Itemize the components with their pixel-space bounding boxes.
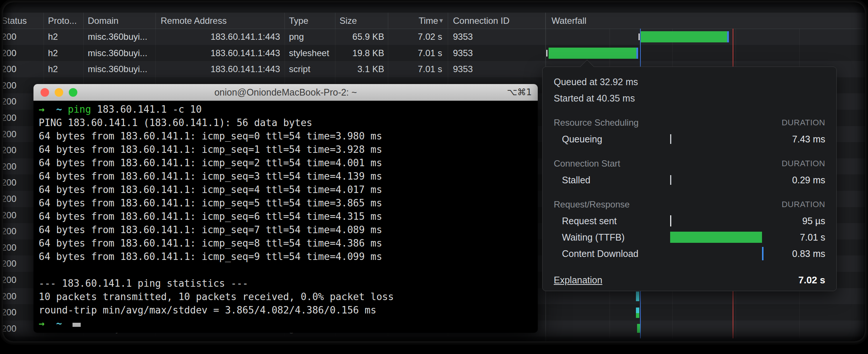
terminal-text: 64 bytes from 183.60.141.1: icmp_seq=6 t…: [39, 211, 382, 222]
cell-text: 200: [3, 207, 16, 223]
column-header-connection-id[interactable]: Connection ID: [448, 13, 546, 29]
cell-waterfall: [546, 29, 865, 45]
column-header-size[interactable]: Size: [335, 13, 388, 29]
explanation-link[interactable]: Explanation: [554, 271, 798, 289]
cell-text: stylesheet: [289, 48, 329, 58]
cell-waterfall: [546, 304, 865, 321]
tooltip-section: Request/ResponseDURATIONRequest sent95 µ…: [554, 196, 825, 262]
terminal-line: 64 bytes from 183.60.141.1: icmp_seq=9 t…: [39, 250, 538, 263]
cell-text: 200: [3, 255, 16, 272]
tooltip-item: Queueing7.43 ms: [554, 131, 825, 147]
cell-text: 183.60.141.1:443: [210, 48, 280, 58]
cell-domain: misc.360buyi...: [84, 61, 156, 77]
tooltip-mark-tick-gray: [670, 175, 671, 185]
tooltip-section-title: Resource Scheduling: [554, 115, 782, 131]
column-header-label: Size: [340, 16, 357, 26]
cell-text: 65.9 KB: [353, 32, 384, 42]
cell-text: 200: [3, 77, 16, 94]
tooltip-section-title: Connection Start: [554, 155, 782, 172]
tooltip-item-value: 7.43 ms: [792, 131, 825, 147]
terminal-line: --- 183.60.141.1 ping statistics ---: [39, 277, 538, 290]
terminal-text: 64 bytes from 183.60.141.1: icmp_seq=8 t…: [39, 238, 382, 249]
tooltip-mark-tick-gray: [670, 134, 671, 144]
cell-status: 200: [3, 29, 44, 45]
column-header-waterfall[interactable]: Waterfall: [546, 13, 865, 29]
terminal-text: ~: [56, 104, 62, 115]
terminal-text: round-trip min/avg/max/stddev = 3.865/4.…: [39, 305, 376, 316]
tooltip-sections: Resource SchedulingDURATIONQueueing7.43 …: [554, 115, 825, 262]
cell-time: 7.01 s: [388, 61, 448, 77]
column-header-type[interactable]: Type: [285, 13, 335, 29]
cell-text: 19.8 KB: [353, 48, 384, 58]
column-header-protocol[interactable]: Proto...: [44, 13, 84, 29]
cell-remote: 183.60.141.1:443: [156, 45, 285, 61]
cell-waterfall: [546, 45, 865, 61]
cell-text: 7.01 s: [418, 48, 442, 58]
column-header-remote-address[interactable]: Remote Address: [156, 13, 285, 29]
column-header-label: Connection ID: [453, 16, 509, 26]
terminal-text: 10 packets transmitted, 10 packets recei…: [39, 291, 394, 302]
terminal-text: --- 183.60.141.1 ping statistics ---: [39, 278, 248, 289]
cell-type: png: [285, 29, 335, 45]
column-header-domain[interactable]: Domain: [84, 13, 156, 29]
cell-text: 200: [3, 239, 16, 256]
terminal-text: [45, 318, 56, 329]
terminal-window: onion@OniondeMacBook-Pro-2: ~ ⌥⌘1 → ~ pi…: [33, 84, 538, 331]
cell-connection: 9353: [448, 45, 546, 61]
cell-proto: h2: [44, 45, 84, 61]
cell-text: png: [289, 32, 304, 42]
cell-text: misc.360buyi...: [88, 32, 147, 42]
cell-domain: misc.360buyi...: [84, 29, 156, 45]
tooltip-section-header: Request/ResponseDURATION: [554, 196, 825, 213]
tooltip-section: Resource SchedulingDURATIONQueueing7.43 …: [554, 115, 825, 147]
tooltip-item-label: Queueing: [554, 131, 792, 147]
tooltip-duration-label: DURATION: [782, 115, 825, 131]
terminal-line: round-trip min/avg/max/stddev = 3.865/4.…: [39, 303, 538, 317]
tooltip-item-label: Request sent: [554, 213, 802, 229]
terminal-text: [62, 104, 68, 115]
cell-status: 200: [3, 45, 44, 61]
terminal-text: 64 bytes from 183.60.141.1: icmp_seq=4 t…: [39, 184, 382, 195]
terminal-line: [39, 263, 538, 277]
terminal-body[interactable]: → ~ ping 183.60.141.1 -c 10PING 183.60.1…: [33, 101, 538, 333]
terminal-line: 64 bytes from 183.60.141.1: icmp_seq=5 t…: [39, 196, 538, 210]
tooltip-started-at: Started at 40.35 ms: [554, 90, 825, 106]
cell-text: misc.360buyi...: [88, 48, 147, 58]
terminal-line: 64 bytes from 183.60.141.1: icmp_seq=3 t…: [39, 170, 538, 183]
column-header-status[interactable]: Status: [3, 13, 44, 29]
terminal-line: → ~ ping 183.60.141.1 -c 10: [39, 103, 538, 116]
tooltip-duration-label: DURATION: [782, 196, 825, 213]
cell-connection: 9353: [448, 61, 546, 77]
cell-text: 200: [3, 29, 16, 45]
terminal-line: 64 bytes from 183.60.141.1: icmp_seq=0 t…: [39, 129, 538, 143]
column-header-label: Time: [392, 13, 438, 29]
cell-text: 200: [3, 288, 16, 305]
terminal-line: 64 bytes from 183.60.141.1: icmp_seq=2 t…: [39, 156, 538, 170]
table-row[interactable]: 200h2misc.360buyi...183.60.141.1:443styl…: [3, 45, 865, 61]
cell-text: 7.01 s: [418, 64, 442, 74]
tooltip-mark-tick-white: [670, 215, 671, 226]
cell-text: 200: [3, 142, 16, 158]
terminal-text: 64 bytes from 183.60.141.1: icmp_seq=0 t…: [39, 131, 382, 142]
cell-remote: 183.60.141.1:443: [156, 29, 285, 45]
cell-domain: misc.360buyi...: [84, 45, 156, 61]
cell-text: misc.360buyi...: [88, 64, 147, 74]
tooltip-footer: Explanation 7.02 s: [554, 271, 825, 289]
terminal-titlebar[interactable]: onion@OniondeMacBook-Pro-2: ~ ⌥⌘1: [33, 84, 538, 101]
terminal-line: 64 bytes from 183.60.141.1: icmp_seq=7 t…: [39, 223, 538, 236]
tooltip-item-value: 7.01 s: [800, 229, 825, 245]
network-table-header: Status Proto... Domain Remote Address Ty…: [3, 13, 865, 29]
column-header-label: Waterfall: [552, 16, 586, 26]
terminal-line: 64 bytes from 183.60.141.1: icmp_seq=6 t…: [39, 210, 538, 223]
tooltip-total-time: 7.02 s: [798, 271, 825, 289]
column-header-time[interactable]: Time ▼: [388, 13, 448, 29]
terminal-text: 64 bytes from 183.60.141.1: icmp_seq=5 t…: [39, 197, 382, 209]
cell-size: 65.9 KB: [335, 29, 388, 45]
cell-status: 200: [3, 61, 44, 77]
cell-connection: 9353: [448, 29, 546, 45]
tooltip-item-label: Content Download: [554, 245, 792, 262]
sort-descending-icon[interactable]: ▼: [438, 13, 444, 29]
terminal-line: 10 packets transmitted, 10 packets recei…: [39, 290, 538, 303]
cell-text: 200: [3, 61, 16, 77]
table-row[interactable]: 200h2misc.360buyi...183.60.141.1:443png6…: [3, 29, 865, 45]
